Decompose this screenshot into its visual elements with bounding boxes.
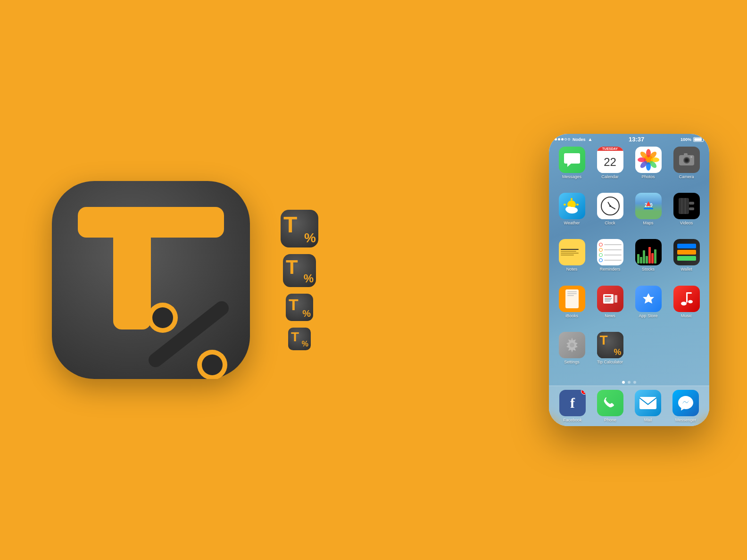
app-item-photos[interactable]: Photos [630, 147, 666, 191]
app-item-reminders[interactable]: Reminders [592, 239, 628, 283]
app-item-videos[interactable]: Videos [668, 193, 705, 237]
app-label-maps: Maps [643, 221, 653, 225]
app-item-music[interactable]: Music [668, 286, 705, 330]
page-indicator [549, 379, 709, 386]
app-item-clock[interactable]: Clock [592, 193, 628, 237]
stocks-bar-4 [646, 256, 648, 264]
signal-dot-5 [568, 138, 570, 140]
iphone-mockup: Nodes ▲ 13:37 100% Messages [549, 134, 709, 426]
svg-rect-46 [614, 295, 617, 303]
page-dot-2 [628, 381, 631, 384]
calendar-inner: Tuesday 22 [597, 147, 623, 173]
reminder-line-3 [604, 255, 622, 255]
dock-item-facebook[interactable]: f 1 Facebook [559, 390, 586, 422]
app-item-wallet[interactable]: Wallet [668, 239, 705, 283]
app-icon-music[interactable] [673, 286, 700, 312]
status-left: Nodes ▲ [555, 137, 592, 142]
svg-rect-35 [689, 202, 694, 205]
app-icon-mail[interactable] [635, 390, 661, 416]
app-icon-ibooks[interactable] [559, 286, 585, 312]
app-icon-facebook[interactable]: f 1 [559, 390, 586, 416]
app-icon-messenger[interactable] [672, 390, 699, 416]
dock-item-messenger[interactable]: Messenger [672, 390, 699, 422]
app-label-messages: Messages [562, 174, 581, 179]
dock-item-mail[interactable]: Mail [635, 390, 661, 422]
app-item-camera[interactable]: Camera [668, 147, 705, 191]
app-icon-notes[interactable] [559, 239, 585, 265]
app-icon-photos[interactable] [635, 147, 662, 173]
svg-rect-32 [679, 198, 689, 214]
tipcalc-t-letter: T [600, 333, 608, 348]
battery-tip [704, 138, 705, 140]
notes-inner [559, 239, 585, 265]
app-item-ibooks[interactable]: iBooks [554, 286, 590, 330]
carrier-name: Nodes [573, 137, 586, 142]
app-icon-clock[interactable] [597, 193, 623, 219]
app-label-mail: Mail [644, 418, 652, 422]
wifi-icon: ▲ [588, 137, 593, 142]
svg-rect-40 [567, 295, 574, 296]
app-grid: Messages Tuesday 22 Calendar [549, 144, 709, 379]
app-item-news[interactable]: News [592, 286, 628, 330]
app-icon-news[interactable] [597, 286, 623, 312]
signal-dot-3 [561, 138, 564, 140]
phone-screen: Nodes ▲ 13:37 100% Messages [549, 134, 709, 426]
app-icon-wallet[interactable] [673, 239, 700, 265]
app-label-notes: Notes [566, 267, 578, 272]
reminder-row-4 [599, 258, 622, 262]
dock: f 1 Facebook Phone [549, 386, 709, 426]
app-item-weather[interactable]: Weather [554, 193, 590, 237]
app-icon-tipcalc[interactable]: T % [597, 332, 623, 358]
app-icon-stocks[interactable] [635, 239, 662, 265]
dock-item-phone[interactable]: Phone [597, 390, 623, 422]
notes-line-1 [561, 249, 579, 250]
app-item-tipcalc[interactable]: T % Tip Calculator [592, 332, 628, 376]
app-item-settings[interactable]: Settings [554, 332, 590, 376]
app-item-appstore[interactable]: App Store [630, 286, 666, 330]
signal-dots [555, 138, 570, 140]
app-icon-videos[interactable] [673, 193, 700, 219]
app-label-photos: Photos [641, 174, 655, 179]
app-label-facebook: Facebook [563, 418, 582, 422]
app-item-messages[interactable]: Messages [554, 147, 590, 191]
svg-point-52 [570, 343, 574, 347]
svg-rect-45 [605, 301, 610, 302]
app-item-stocks[interactable]: Stocks [630, 239, 666, 283]
app-label-settings: Settings [564, 360, 580, 364]
wallet-card-2 [677, 250, 696, 255]
battery-icon [693, 137, 704, 142]
app-item-maps[interactable]: 280 Maps [630, 193, 666, 237]
battery-fill [694, 138, 702, 141]
app-icon-phone[interactable] [597, 390, 623, 416]
app-icon-settings[interactable] [559, 332, 585, 358]
app-item-calendar[interactable]: Tuesday 22 Calendar [592, 147, 628, 191]
app-icon-calendar[interactable]: Tuesday 22 [597, 147, 623, 173]
app-icon-camera[interactable] [673, 147, 700, 173]
svg-rect-50 [686, 292, 692, 294]
svg-rect-42 [605, 296, 611, 297]
wallet-card-3 [677, 256, 696, 261]
wallet-inner [673, 239, 700, 265]
status-bar: Nodes ▲ 13:37 100% [549, 134, 709, 144]
calendar-date: 22 [597, 151, 623, 173]
app-item-notes[interactable]: Notes [554, 239, 590, 283]
app-label-weather: Weather [564, 221, 580, 225]
app-icon-weather[interactable] [559, 193, 585, 219]
variant-icon-small: T % [286, 294, 313, 321]
svg-rect-36 [689, 207, 694, 210]
page-dot-3 [633, 381, 636, 384]
reminder-row-2 [599, 248, 622, 252]
svg-point-48 [688, 300, 693, 303]
stocks-bar-6 [651, 253, 654, 264]
notes-line-3 [561, 253, 579, 254]
svg-point-19 [685, 159, 688, 162]
reminder-line-4 [604, 260, 622, 261]
app-icon-reminders[interactable] [597, 239, 623, 265]
svg-rect-38 [567, 291, 577, 292]
app-icon-messages[interactable] [559, 147, 585, 173]
stocks-bar-2 [640, 257, 642, 264]
app-icon-appstore[interactable] [635, 286, 662, 312]
page-dot-1 [622, 381, 625, 384]
reminders-inner [597, 239, 623, 265]
app-icon-maps[interactable]: 280 [635, 193, 662, 219]
